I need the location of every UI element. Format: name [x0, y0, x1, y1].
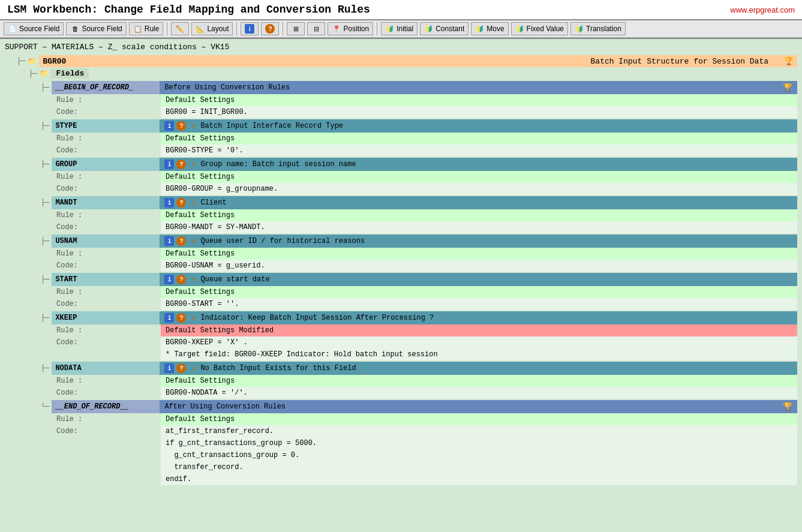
field-group-header: ├─ GROUP i ? ✎ Group name: Batch input s… — [41, 158, 797, 171]
field-desc-xkeep: i ? ✎ Indicator: Keep Batch Input Sessio… — [160, 311, 797, 324]
field-desc-begin-text: Before Using Conversion Rules — [164, 83, 290, 92]
field-desc-stype-text: Batch Input Interface Record Type — [200, 122, 343, 130]
edit-icon-group: ✎ — [188, 160, 198, 169]
rule-value-stype: Default Settings — [161, 133, 797, 145]
fields-row: ├─ 📁 Fields — [29, 68, 797, 79]
info-icon-group: i — [164, 160, 174, 169]
constant-btn[interactable]: 🔰 Constant — [420, 22, 468, 35]
field-code-group: Code: BGR00-GROUP = g_groupname. — [41, 183, 797, 195]
field-code-end-4: transfer_record. — [41, 461, 797, 473]
fixed-value-btn[interactable]: 🔰 Fixed Value — [511, 22, 568, 35]
trophy-icon-end: 🏆 — [783, 402, 792, 411]
source-field-label-1: Source Field — [19, 25, 59, 33]
field-code-start: Code: BGR00-START = ''. — [41, 298, 797, 310]
rule-value-mandt: Default Settings — [161, 209, 797, 221]
code-value-end-4: transfer_record. — [161, 461, 797, 473]
code-value-end-1: at_first_transfer_record. — [161, 425, 797, 437]
code-end-2-indent — [53, 437, 161, 449]
field-desc-group: i ? ✎ Group name: Batch input session na… — [160, 158, 797, 171]
field-desc-start-text: Queue start date — [200, 275, 269, 284]
code-label-mandt: Code: — [53, 221, 161, 233]
tree-branch-start: ├─ — [41, 273, 49, 286]
field-desc-end: After Using Conversion Rules 🏆 — [160, 400, 797, 413]
question-icon-mandt: ? — [176, 198, 186, 208]
code-label-nodata: Code: — [53, 387, 161, 399]
field-begin-header: ├─ __BEGIN_OF_RECORD_ Before Using Conve… — [41, 81, 797, 94]
code-label-usnam: Code: — [53, 260, 161, 272]
position-btn[interactable]: 📍 Position — [328, 22, 373, 35]
question-icon-start: ? — [176, 275, 186, 284]
code-value-usnam: BGR00-USNAM = g_userid. — [161, 260, 797, 272]
sep3 — [283, 22, 283, 35]
field-code-end-3: g_cnt_transactions_group = 0. — [41, 449, 797, 461]
grid2-icon: ⊟ — [311, 24, 321, 34]
field-desc-end-text: After Using Conversion Rules — [164, 402, 286, 411]
main-content[interactable]: SUPPORT – MATERIALS – Z_ scale condition… — [0, 39, 802, 517]
field-code-usnam: Code: BGR00-USNAM = g_userid. — [41, 260, 797, 272]
info-btn[interactable]: i — [241, 22, 259, 35]
edit-btn[interactable]: ✏️ — [171, 22, 189, 35]
edit-icon-nodata: ✎ — [188, 363, 198, 373]
field-desc-begin: Before Using Conversion Rules 🏆 — [160, 81, 797, 94]
code-value-nodata: BGR00-NODATA = '/'. — [161, 387, 797, 399]
info-icon-xkeep: i — [164, 313, 174, 323]
field-code-end-2: if g_cnt_transactions_group = 5000. — [41, 437, 797, 449]
translation-label: Translation — [586, 25, 621, 33]
code-value-end-5: endif. — [161, 473, 797, 485]
field-end-of-record: └─ __END_OF_RECORD__ After Using Convers… — [41, 400, 797, 485]
bgr00-trophy: 🏆 — [784, 56, 794, 66]
fields-container: ├─ __BEGIN_OF_RECORD_ Before Using Conve… — [41, 81, 797, 485]
field-name-usnam: USNAM — [52, 235, 160, 248]
move-btn[interactable]: 🔰 Move — [471, 22, 508, 35]
code-end-3-indent — [53, 449, 161, 461]
layout-icon: 📐 — [196, 24, 205, 34]
rule-label-usnam: Rule : — [53, 248, 161, 260]
field-desc-usnam: i ? ✎ Queue user ID / for historical rea… — [160, 235, 797, 248]
grid-btn-1[interactable]: ⊞ — [287, 22, 305, 35]
code-value-end-3: g_cnt_transactions_group = 0. — [161, 449, 797, 461]
document-icon: 📄 — [8, 24, 17, 34]
source-field-btn-1[interactable]: 📄 Source Field — [4, 22, 64, 35]
rule-label-begin: Rule : — [53, 94, 161, 106]
rule-value-end: Default Settings — [161, 413, 797, 425]
field-name-group: GROUP — [52, 158, 160, 171]
help-btn[interactable]: ? — [261, 22, 279, 35]
initial-btn[interactable]: 🔰 Initial — [381, 22, 417, 35]
field-name-begin: __BEGIN_OF_RECORD_ — [52, 81, 160, 94]
field-desc-group-text: Group name: Batch input session name — [200, 160, 356, 169]
tree-branch-begin: ├─ — [41, 81, 49, 94]
code-label-begin: Code: — [53, 106, 161, 118]
field-stype-header: ├─ STYPE i ? ✎ Batch Input Interface Rec… — [41, 119, 797, 133]
layout-label: Layout — [207, 25, 229, 33]
field-desc-nodata-text: No Batch Input Exists for this Field — [200, 364, 356, 372]
field-mandt-header: ├─ MANDT i ? ✎ Client — [41, 196, 797, 209]
source-field-btn-2[interactable]: 🗑 Source Field — [66, 22, 126, 35]
tree-branch-end: └─ — [41, 400, 49, 413]
rule-value-usnam: Default Settings — [161, 248, 797, 260]
field-desc-mandt: i ? ✎ Client — [160, 196, 797, 209]
field-code-mandt: Code: BGR00-MANDT = SY-MANDT. — [41, 221, 797, 233]
translation-btn[interactable]: 🔰 Translation — [570, 22, 626, 35]
toolbar: 📄 Source Field 🗑 Source Field 📋 Rule ✏️ … — [0, 20, 802, 38]
initial-icon: 🔰 — [385, 24, 395, 34]
field-name-nodata: NODATA — [52, 362, 160, 375]
question-icon-xkeep: ? — [176, 313, 186, 323]
field-rule-xkeep: Rule : Default Settings Modified — [41, 324, 797, 336]
rule-btn[interactable]: 📋 Rule — [129, 22, 164, 35]
field-xkeep-header: ├─ XKEEP i ? ✎ Indicator: Keep Batch Inp… — [41, 311, 797, 324]
rule-value-start: Default Settings — [161, 286, 797, 298]
rule-label-mandt: Rule : — [53, 209, 161, 221]
rule-value-xkeep: Default Settings Modified — [161, 324, 797, 336]
field-begin-of-record: ├─ __BEGIN_OF_RECORD_ Before Using Conve… — [41, 81, 797, 118]
grid-btn-2[interactable]: ⊟ — [307, 22, 325, 35]
breadcrumb: SUPPORT – MATERIALS – Z_ scale condition… — [5, 41, 797, 53]
layout-btn[interactable]: 📐 Layout — [191, 22, 233, 35]
position-label: Position — [343, 25, 369, 33]
bgr00-container: BGR00 Batch Input Structure for Session … — [39, 55, 797, 67]
tree-branch-stype: ├─ — [41, 119, 49, 133]
edit-icon-usnam: ✎ — [188, 236, 198, 246]
field-code-end-1: Code: at_first_transfer_record. — [41, 425, 797, 437]
bgr00-row: ├─ 📁 BGR00 Batch Input Structure for Ses… — [17, 55, 797, 67]
fields-label: Fields — [51, 68, 89, 79]
field-mandt: ├─ MANDT i ? ✎ Client Rule : Default Set… — [41, 196, 797, 233]
